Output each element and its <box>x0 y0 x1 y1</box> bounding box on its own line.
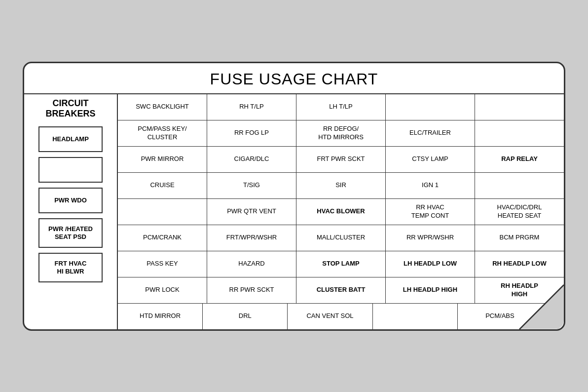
grid-cell: DRL <box>203 304 288 329</box>
grid-cell: RR DEFOG/HTD MIRRORS <box>296 120 386 146</box>
left-column: CIRCUITBREAKERS HEADLAMP PWR WDO PWR /HE… <box>24 94 118 329</box>
grid-row: PWR MIRROR CIGAR/DLC FRT PWR SCKT CTSY L… <box>118 147 564 173</box>
grid-cell: PASS KEY <box>118 251 207 277</box>
grid-cell: CLUSTER BATT <box>296 277 386 303</box>
grid-cell: BCM PRGRM <box>475 225 564 251</box>
grid-cell: PWR QTR VENT <box>207 199 296 225</box>
right-grid: SWC BACKLIGHT RH T/LP LH T/LP PCM/PASS K… <box>118 94 564 329</box>
fuse-box-headlamp: HEADLAMP <box>38 126 103 152</box>
grid-cell: FRT PWR SCKT <box>296 147 386 172</box>
grid-cell: CAN VENT SOL <box>288 304 372 329</box>
grid-cell: IGN 1 <box>386 173 475 198</box>
grid-cell: PCM/CRANK <box>118 225 207 251</box>
fuse-usage-chart: FUSE USAGE CHART CIRCUITBREAKERS HEADLAM… <box>23 62 565 331</box>
grid-cell: ELC/TRAILER <box>386 120 475 146</box>
grid-cell <box>386 94 475 120</box>
chart-title: FUSE USAGE CHART <box>24 63 564 94</box>
grid-cell: HAZARD <box>207 251 296 277</box>
grid-cell: RR PWR SCKT <box>207 277 296 303</box>
grid-cell: HVAC BLOWER <box>296 199 386 225</box>
fuse-box-pwr-wdo: PWR WDO <box>38 188 103 213</box>
grid-row: PWR LOCK RR PWR SCKT CLUSTER BATT LH HEA… <box>118 277 564 304</box>
grid-cell: HVAC/DIC/DRLHEATED SEAT <box>475 199 564 225</box>
grid-cell: LH HEADLP HIGH <box>386 277 475 303</box>
grid-cell <box>373 304 458 329</box>
grid-cell: RR HVACTEMP CONT <box>386 199 475 225</box>
diagonal-line <box>519 285 564 329</box>
grid-cell <box>475 94 564 120</box>
fuse-box-pwr-heated-seat: PWR /HEATEDSEAT PSD <box>38 218 103 248</box>
grid-cell: MALL/CLUSTER <box>296 225 386 251</box>
grid-row: PWR QTR VENT HVAC BLOWER RR HVACTEMP CON… <box>118 199 564 225</box>
circuit-breakers-label: CIRCUITBREAKERS <box>45 98 95 119</box>
grid-cell: FRT/WPR/WSHR <box>207 225 296 251</box>
svg-line-0 <box>519 285 564 329</box>
grid-cell: CTSY LAMP <box>386 147 475 172</box>
grid-row: CRUISE T/SIG SIR IGN 1 <box>118 173 564 199</box>
grid-cell: T/SIG <box>207 173 296 198</box>
grid-cell: RR FOG LP <box>207 120 296 146</box>
grid-cell: PWR MIRROR <box>118 147 207 172</box>
grid-cell: RR WPR/WSHR <box>386 225 475 251</box>
grid-cell: RAP RELAY <box>475 147 564 172</box>
grid-cell: LH HEADLP LOW <box>386 251 475 277</box>
grid-cell: SIR <box>296 173 386 198</box>
grid-row: PASS KEY HAZARD STOP LAMP LH HEADLP LOW … <box>118 251 564 277</box>
grid-cell <box>118 199 207 225</box>
grid-cell: SWC BACKLIGHT <box>118 94 207 120</box>
grid-cell: HTD MIRROR <box>118 304 203 329</box>
grid-cell <box>475 120 564 146</box>
grid-cell: PWR LOCK <box>118 277 207 303</box>
fuse-box-empty <box>38 157 103 183</box>
grid-row: PCM/CRANK FRT/WPR/WSHR MALL/CLUSTER RR W… <box>118 225 564 251</box>
grid-cell: LH T/LP <box>296 94 386 120</box>
grid-cell: PCM/PASS KEY/CLUSTER <box>118 120 207 146</box>
chart-body: CIRCUITBREAKERS HEADLAMP PWR WDO PWR /HE… <box>24 94 564 329</box>
grid-row: SWC BACKLIGHT RH T/LP LH T/LP <box>118 94 564 120</box>
grid-cell <box>475 173 564 198</box>
fuse-box-frt-hvac: FRT HVACHI BLWR <box>38 253 103 282</box>
grid-cell: STOP LAMP <box>296 251 386 277</box>
grid-cell: CRUISE <box>118 173 207 198</box>
grid-cell: RH HEADLP LOW <box>475 251 564 277</box>
grid-cell: CIGAR/DLC <box>207 147 296 172</box>
grid-cell: RH T/LP <box>207 94 296 120</box>
grid-row: PCM/PASS KEY/CLUSTER RR FOG LP RR DEFOG/… <box>118 120 564 147</box>
grid-row: HTD MIRROR DRL CAN VENT SOL PCM/ABS <box>118 304 564 329</box>
